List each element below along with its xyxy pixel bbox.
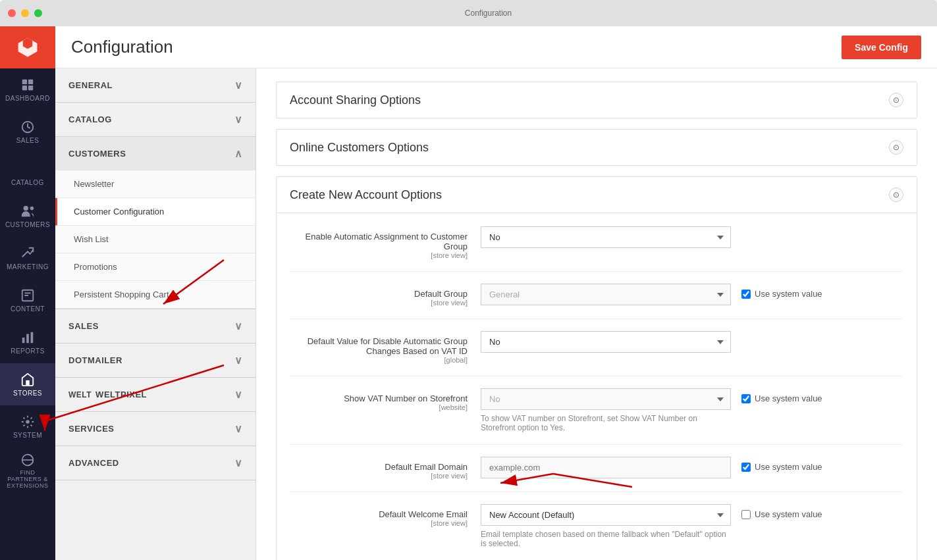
nav-customers-label: CUSTOMERS [5, 221, 50, 228]
create-account-toggle-icon[interactable]: ⊙ [889, 188, 903, 202]
svg-point-5 [24, 205, 28, 210]
account-sharing-section: Account Sharing Options ⊙ [276, 82, 917, 118]
account-sharing-title: Account Sharing Options [290, 93, 421, 107]
sidebar-advanced-label: ADVANCED [68, 458, 119, 468]
default-email-domain-system-label: Use system value [755, 462, 822, 472]
top-header: Configuration Save Config [55, 26, 937, 68]
sidebar-general-header[interactable]: GENERAL ∨ [55, 68, 255, 102]
window-title: Configuration [47, 9, 929, 18]
form-row-enable-auto-assign: Enable Automatic Assignment to Customer … [290, 226, 903, 272]
sidebar-services-label: SERVICES [68, 424, 115, 434]
default-group-controls: General Wholesale Retailer Use system va… [481, 284, 903, 305]
default-welcome-email-sub: [store view] [290, 519, 468, 527]
nav-system[interactable]: SYSTEM [0, 405, 55, 447]
catalog-chevron-icon: ∨ [234, 113, 243, 126]
account-sharing-toggle-icon[interactable]: ⊙ [889, 93, 903, 107]
default-group-select[interactable]: General Wholesale Retailer [481, 284, 731, 305]
default-welcome-email-label: Default Welcome Email [store view] [290, 504, 481, 527]
sidebar-catalog-header[interactable]: CATALOG ∨ [55, 103, 255, 136]
sidebar-section-sales: SALES ∨ [55, 309, 255, 344]
sidebar-section-customers: CUSTOMERS ∧ Newsletter Customer Configur… [55, 137, 255, 309]
sidebar-sales-header[interactable]: SALES ∨ [55, 309, 255, 343]
maximize-btn[interactable] [34, 9, 42, 17]
right-panel: Account Sharing Options ⊙ Online Custome… [256, 68, 937, 560]
nav-catalog-label: CATALOG [11, 179, 44, 186]
default-welcome-email-system-label: Use system value [755, 509, 822, 519]
create-account-section: Create New Account Options ⊙ Enable Auto… [276, 176, 917, 560]
create-account-title: Create New Account Options [290, 188, 442, 202]
disable-auto-group-vat-select[interactable]: No Yes [481, 331, 731, 353]
nav-dashboard[interactable]: DASHBOARD [0, 68, 55, 111]
nav-catalog[interactable]: CATALOG [0, 153, 55, 195]
sidebar-services-header[interactable]: SERVICES ∨ [55, 412, 255, 445]
default-welcome-email-use-system: Use system value [741, 504, 822, 519]
sidebar-weltpixel-header[interactable]: welt WELTPIXEL ∨ [55, 378, 255, 411]
svg-rect-2 [22, 85, 27, 89]
svg-rect-8 [22, 338, 25, 343]
default-welcome-email-help: Email template chosen based on theme fal… [481, 530, 731, 548]
close-btn[interactable] [8, 9, 16, 17]
default-welcome-email-system-checkbox[interactable] [741, 510, 751, 519]
nav-customers[interactable]: CUSTOMERS [0, 195, 55, 237]
nav-system-label: SYSTEM [13, 432, 42, 439]
minimize-btn[interactable] [21, 9, 29, 17]
default-welcome-email-select[interactable]: New Account (Default) New Account [481, 504, 731, 526]
disable-auto-group-vat-controls: No Yes [481, 331, 903, 353]
sidebar-item-promotions[interactable]: Promotions [55, 253, 255, 281]
sales-chevron-icon: ∨ [234, 320, 243, 332]
disable-auto-group-vat-label: Default Value for Disable Automatic Grou… [290, 331, 481, 364]
sidebar-customers-header[interactable]: CUSTOMERS ∧ [55, 137, 255, 170]
advanced-chevron-icon: ∨ [234, 457, 243, 469]
logo[interactable] [0, 26, 55, 68]
sidebar-item-persistent-shopping-cart[interactable]: Persistent Shopping Cart [55, 281, 255, 309]
nav-sales[interactable]: SALES [0, 111, 55, 153]
online-customers-header[interactable]: Online Customers Options ⊙ [277, 130, 917, 165]
nav-marketing[interactable]: MARKETING [0, 237, 55, 279]
svg-rect-0 [22, 79, 27, 84]
nav-reports[interactable]: REPORTS [0, 321, 55, 363]
create-account-header[interactable]: Create New Account Options ⊙ [277, 177, 917, 213]
default-group-use-system: Use system value [741, 284, 822, 299]
default-group-system-checkbox[interactable] [741, 290, 751, 299]
services-chevron-icon: ∨ [234, 422, 243, 435]
config-sidebar: GENERAL ∨ CATALOG ∨ CUST [55, 68, 256, 560]
weltpixel-chevron-icon: ∨ [234, 388, 243, 401]
online-customers-title: Online Customers Options [290, 141, 429, 155]
default-email-domain-system-checkbox[interactable] [741, 463, 751, 472]
show-vat-system-checkbox[interactable] [741, 394, 751, 403]
sidebar-general-label: GENERAL [68, 80, 113, 90]
sidebar-section-catalog: CATALOG ∨ [55, 103, 255, 137]
nav-partners[interactable]: FIND PARTNERS & EXTENSIONS [0, 447, 55, 495]
sidebar-item-customer-configuration[interactable]: Customer Configuration [55, 198, 255, 226]
show-vat-use-system: Use system value [741, 388, 822, 403]
sidebar-advanced-header[interactable]: ADVANCED ∨ [55, 446, 255, 480]
nav-dashboard-label: DASHBOARD [5, 95, 50, 102]
nav-partners-label: FIND PARTNERS & EXTENSIONS [3, 469, 53, 489]
show-vat-select[interactable]: No Yes [481, 388, 731, 410]
sidebar-dotmailer-header[interactable]: DOTMAILER ∨ [55, 344, 255, 377]
create-account-content: Enable Automatic Assignment to Customer … [277, 213, 917, 560]
sidebar-item-newsletter[interactable]: Newsletter [55, 170, 255, 198]
title-bar: Configuration [0, 0, 937, 26]
sidebar-section-dotmailer: DOTMAILER ∨ [55, 344, 255, 378]
account-sharing-header[interactable]: Account Sharing Options ⊙ [277, 82, 917, 118]
sidebar-customers-label: CUSTOMERS [68, 149, 126, 159]
default-group-system-label: Use system value [755, 289, 822, 299]
save-config-button[interactable]: Save Config [842, 36, 921, 59]
sidebar-section-advanced: ADVANCED ∨ [55, 446, 255, 480]
nav-stores[interactable]: STORES [0, 363, 55, 405]
enable-auto-assign-controls: No Yes [481, 226, 903, 248]
default-email-domain-controls: Use system value [481, 457, 903, 478]
default-email-domain-sub: [store view] [290, 472, 468, 480]
nav-sales-label: SALES [16, 137, 40, 144]
default-email-domain-use-system: Use system value [741, 457, 822, 472]
sidebar-sales-label: SALES [68, 321, 99, 331]
default-email-domain-input[interactable] [481, 457, 731, 478]
form-row-default-group: Default Group [store view] General Whole… [290, 284, 903, 319]
nav-reports-label: REPORTS [11, 347, 45, 355]
enable-auto-assign-select[interactable]: No Yes [481, 226, 731, 248]
svg-rect-10 [31, 332, 34, 343]
sidebar-item-wish-list[interactable]: Wish List [55, 226, 255, 253]
online-customers-toggle-icon[interactable]: ⊙ [889, 140, 903, 155]
nav-content[interactable]: CONTENT [0, 279, 55, 321]
